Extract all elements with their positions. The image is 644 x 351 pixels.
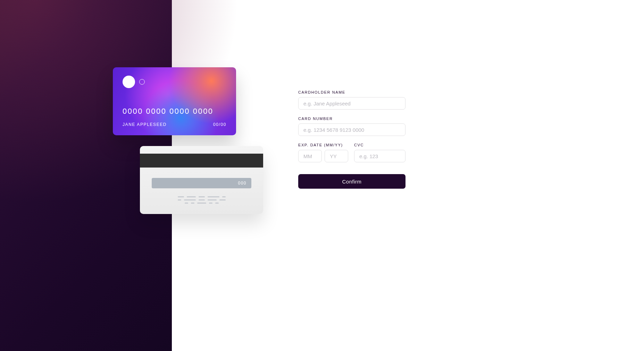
cvc-input[interactable] (354, 150, 405, 162)
cvc-label: CVC (354, 143, 405, 147)
card-number-display: 0000 0000 0000 0000 (123, 107, 226, 116)
card-number-input[interactable] (298, 123, 405, 136)
expiry-date-label: Exp. Date (MM/YY) (298, 143, 349, 147)
card-number-label: Card Number (298, 117, 405, 121)
card-meta-row: JANE APPLESEED 00/00 (123, 122, 226, 127)
card-logo (123, 76, 226, 88)
cardholder-name-label: Cardholder Name (298, 90, 405, 94)
card-details-form: Cardholder Name Card Number Exp. Date (M… (298, 90, 405, 189)
card-expiry-display: 00/00 (213, 122, 226, 127)
card-cvc-display: 000 (238, 181, 246, 186)
credit-card-front: 0000 0000 0000 0000 JANE APPLESEED 00/00 (113, 67, 236, 135)
card-back-pattern (140, 196, 263, 204)
credit-card-back: 000 (140, 146, 263, 214)
magnetic-stripe (140, 154, 263, 168)
cardholder-name-input[interactable] (298, 97, 405, 110)
expiry-year-input[interactable] (325, 150, 348, 162)
logo-circle-outline-icon (139, 79, 145, 85)
confirm-button[interactable]: Confirm (298, 174, 405, 189)
signature-strip: 000 (152, 178, 251, 188)
expiry-month-input[interactable] (298, 150, 322, 162)
logo-circle-solid-icon (123, 76, 135, 88)
viewport: 0000 0000 0000 0000 JANE APPLESEED 00/00… (0, 0, 644, 351)
card-name-display: JANE APPLESEED (123, 122, 167, 127)
